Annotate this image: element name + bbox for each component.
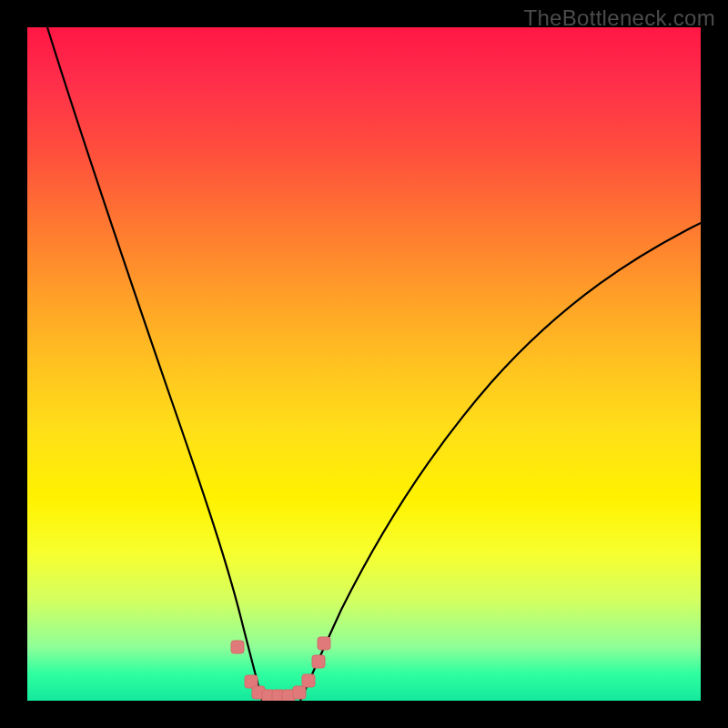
chart-plot-area xyxy=(27,27,701,701)
watermark-text: TheBottleneck.com xyxy=(523,5,715,31)
highlight-dot xyxy=(231,641,244,653)
highlight-dot xyxy=(312,655,325,668)
curve-left-branch xyxy=(47,27,262,701)
highlight-dot xyxy=(293,686,306,699)
highlight-dot xyxy=(302,674,315,687)
bottleneck-curve xyxy=(27,27,701,701)
curve-right-branch xyxy=(300,223,701,701)
highlight-dot xyxy=(318,637,330,650)
